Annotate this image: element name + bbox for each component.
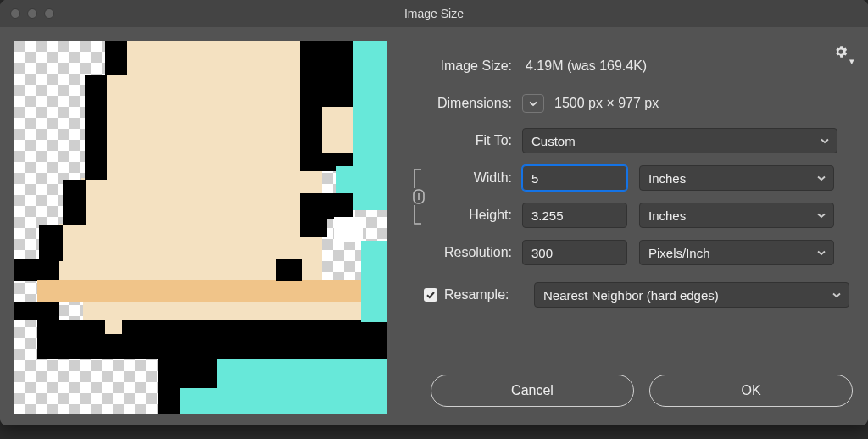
svg-rect-28 bbox=[158, 359, 180, 414]
svg-rect-18 bbox=[37, 320, 387, 359]
svg-rect-23 bbox=[63, 180, 86, 225]
width-unit-select[interactable]: Inches bbox=[639, 165, 834, 191]
chevron-down-icon bbox=[832, 290, 842, 300]
image-size-value: 4.19M (was 169.4K) bbox=[522, 58, 647, 74]
width-label: Width: bbox=[434, 170, 522, 186]
svg-rect-22 bbox=[85, 75, 107, 180]
chevron-down-icon bbox=[816, 210, 826, 220]
ok-button[interactable]: OK bbox=[649, 375, 853, 407]
resolution-unit-value: Pixels/Inch bbox=[648, 246, 710, 260]
gear-icon[interactable]: ▾ bbox=[832, 44, 849, 59]
width-unit-value: Inches bbox=[648, 171, 686, 186]
svg-rect-10 bbox=[353, 41, 387, 210]
constrain-proportions[interactable] bbox=[403, 159, 434, 234]
svg-rect-21 bbox=[105, 41, 127, 75]
image-size-dialog: Image Size bbox=[0, 0, 868, 425]
svg-rect-15 bbox=[334, 217, 363, 242]
fit-to-select[interactable]: Custom bbox=[522, 128, 837, 153]
width-input[interactable] bbox=[522, 165, 627, 191]
resample-label: Resample: bbox=[444, 287, 522, 303]
preview-image bbox=[14, 41, 387, 414]
dimensions-value: 1500 px × 977 px bbox=[551, 96, 659, 111]
svg-rect-30 bbox=[276, 259, 302, 281]
height-label: Height: bbox=[434, 208, 522, 223]
svg-rect-6 bbox=[59, 224, 93, 259]
form-area: ▾ Image Size: 4.19M (was 169.4K) Dimensi… bbox=[403, 41, 854, 412]
height-unit-value: Inches bbox=[648, 208, 686, 223]
resample-checkbox[interactable] bbox=[424, 288, 437, 302]
fit-to-value: Custom bbox=[531, 134, 576, 148]
svg-rect-12 bbox=[59, 259, 105, 281]
svg-rect-14 bbox=[300, 193, 327, 237]
svg-rect-16 bbox=[37, 280, 361, 302]
resolution-label: Resolution: bbox=[403, 245, 522, 260]
dimensions-unit-dropdown[interactable] bbox=[522, 94, 544, 113]
svg-rect-17 bbox=[83, 302, 363, 320]
resample-value: Nearest Neighbor (hard edges) bbox=[543, 288, 719, 303]
svg-rect-19 bbox=[105, 320, 122, 334]
dialog-title: Image Size bbox=[0, 7, 868, 20]
cancel-button[interactable]: Cancel bbox=[431, 375, 634, 407]
titlebar: Image Size bbox=[0, 0, 868, 27]
height-unit-select[interactable]: Inches bbox=[639, 203, 834, 228]
chevron-down-icon bbox=[820, 136, 830, 146]
svg-rect-24 bbox=[39, 225, 63, 261]
image-size-label: Image Size: bbox=[403, 58, 522, 74]
svg-rect-29 bbox=[14, 259, 37, 281]
resolution-unit-select[interactable]: Pixels/Inch bbox=[639, 240, 834, 265]
svg-rect-31 bbox=[361, 241, 387, 322]
dimensions-label: Dimensions: bbox=[403, 96, 522, 111]
svg-rect-20 bbox=[14, 302, 59, 320]
svg-rect-27 bbox=[180, 359, 217, 388]
fit-to-label: Fit To: bbox=[403, 133, 522, 148]
resample-select[interactable]: Nearest Neighbor (hard edges) bbox=[534, 282, 849, 308]
chevron-down-icon bbox=[816, 247, 826, 258]
height-input[interactable] bbox=[522, 203, 627, 228]
svg-rect-25 bbox=[61, 259, 63, 261]
resolution-input[interactable] bbox=[522, 240, 627, 265]
chevron-down-icon bbox=[816, 173, 826, 183]
preview-pane bbox=[14, 41, 387, 414]
